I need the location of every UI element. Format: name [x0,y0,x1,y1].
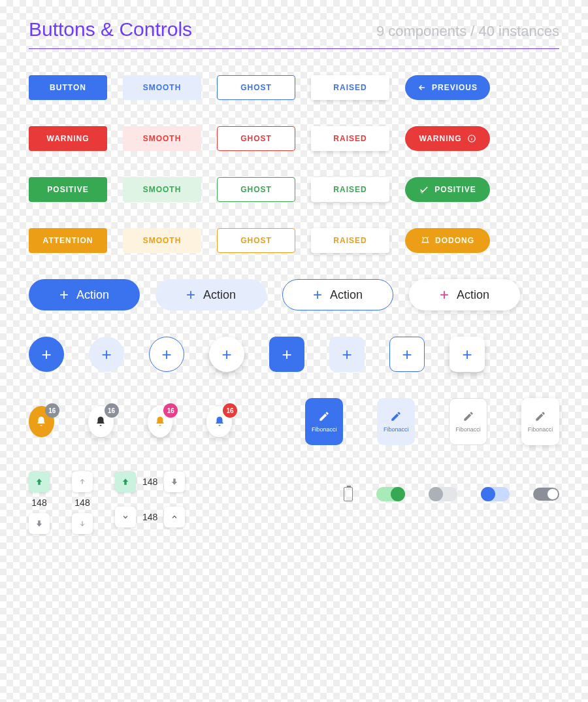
notification-bell-blue[interactable]: 16 [206,406,232,437]
bell-icon [95,416,106,427]
battery-icon [344,487,353,501]
stepper-value: 148 [31,497,46,508]
fab-square-solid[interactable]: + [269,337,304,372]
notification-bell-orange-outline[interactable]: 16 [148,406,173,437]
button-pill-positive[interactable]: POSITIVE [405,177,490,202]
action-button-raised[interactable]: +Action [409,279,520,310]
button-label: DODONG [435,236,474,245]
stepper-vertical-accent: 148 [29,471,50,534]
notification-badge: 16 [163,403,178,418]
button-label: POSITIVE [434,185,476,194]
stepper-value: 148 [142,476,157,487]
button-ghost-green[interactable]: GHOST [217,177,295,202]
button-raised-green[interactable]: RAISED [311,177,389,202]
step-down-button[interactable] [115,507,136,527]
button-ghost-red[interactable]: GHOST [217,126,295,151]
action-label: Action [203,288,236,302]
stepper-value: 148 [142,512,157,522]
button-raised-red[interactable]: RAISED [311,126,389,151]
plus-icon: + [462,344,472,365]
alarm-icon [421,236,430,245]
plus-icon: + [161,344,171,365]
stepper-horizontal-chevrons: 148 [115,507,185,527]
plus-icon: + [282,344,291,365]
action-button-ghost[interactable]: +Action [282,279,393,310]
step-up-button[interactable] [164,507,185,527]
page-title: Buttons & Controls [29,18,192,41]
button-ghost-orange[interactable]: GHOST [217,228,295,253]
step-up-button[interactable] [72,471,93,492]
stepper-vertical-outline: 148 [72,471,93,534]
plus-icon: + [101,344,111,365]
stepper-value: 148 [74,497,90,508]
notification-badge: 16 [105,403,119,418]
plus-icon: + [440,286,449,304]
plus-icon: + [221,344,231,365]
bell-icon [154,416,166,427]
action-button-solid[interactable]: +Action [29,279,140,310]
action-label: Action [457,288,489,302]
pencil-icon [318,410,330,422]
pencil-icon [390,410,402,422]
button-solid-blue[interactable]: BUTTON [29,75,107,100]
card-label: Fibonacci [384,426,409,433]
notification-bell-dark[interactable]: 16 [88,406,114,437]
toggle-green-on[interactable] [376,487,405,501]
button-pill-warning[interactable]: WARNING [405,126,490,151]
plus-icon: + [59,286,69,304]
fab-circle-smooth[interactable]: + [89,337,124,372]
plus-icon: + [402,344,412,365]
pencil-icon [534,410,546,422]
step-up-button[interactable] [115,471,136,492]
card-label: Fibonacci [312,426,337,433]
toggle-blue-off[interactable] [481,487,510,501]
notification-badge: 16 [223,403,237,418]
toggle-gray-off[interactable] [429,487,457,501]
action-label: Action [330,288,363,302]
bell-icon [35,416,47,427]
step-down-button[interactable] [164,471,185,492]
plus-icon: + [342,344,351,365]
fab-circle-raised[interactable]: + [209,337,244,372]
button-solid-green[interactable]: POSITIVE [29,177,107,202]
card-label: Fibonacci [455,426,481,433]
fab-square-smooth[interactable]: + [329,337,365,372]
fab-circle-ghost[interactable]: + [149,337,184,372]
action-button-smooth[interactable]: +Action [155,279,267,310]
button-ghost-blue[interactable]: GHOST [217,75,295,100]
button-smooth-blue[interactable]: SMOOTH [123,75,201,100]
bell-icon [214,416,225,427]
button-smooth-orange[interactable]: SMOOTH [123,228,201,253]
notification-bell-orange[interactable]: 16 [29,406,54,437]
arrow-left-icon [417,83,427,92]
toggle-dark-on[interactable] [533,488,559,501]
edit-card-smooth[interactable]: Fibonacci [377,398,415,445]
step-down-button[interactable] [72,513,93,534]
info-icon [467,134,476,143]
step-down-button[interactable] [29,513,50,534]
plus-icon: + [313,286,322,304]
fab-square-ghost[interactable]: + [389,337,425,372]
action-label: Action [76,288,109,302]
plus-icon: + [186,286,195,304]
fab-circle-solid[interactable]: + [29,337,64,372]
button-solid-red[interactable]: WARNING [29,126,107,151]
page-subtitle: 9 components / 40 instances [376,23,559,40]
button-raised-orange[interactable]: RAISED [311,228,389,253]
stepper-horizontal-arrows: 148 [115,471,185,492]
plus-icon: + [41,344,51,365]
button-pill-dodong[interactable]: DODONG [405,228,490,253]
button-raised-blue[interactable]: RAISED [311,75,389,100]
card-label: Fibonacci [528,426,553,433]
edit-card-raised[interactable]: Fibonacci [521,398,559,445]
edit-card-solid[interactable]: Fibonacci [305,398,343,445]
button-pill-previous[interactable]: PREVIOUS [405,75,490,100]
check-icon [419,184,429,195]
step-up-button[interactable] [29,471,50,492]
fab-square-raised[interactable]: + [449,337,485,372]
button-smooth-green[interactable]: SMOOTH [123,177,201,202]
button-label: PREVIOUS [432,83,478,92]
button-smooth-red[interactable]: SMOOTH [123,126,201,151]
button-solid-orange[interactable]: ATTENTION [29,228,107,253]
edit-card-ghost[interactable]: Fibonacci [449,398,487,445]
